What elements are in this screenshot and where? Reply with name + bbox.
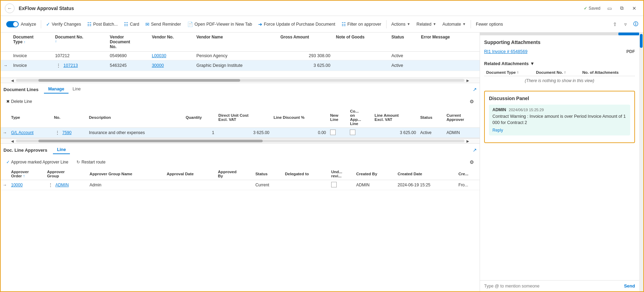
- v-scroll-thumb[interactable]: [640, 34, 643, 48]
- app-col-approved-by[interactable]: ApprovedBy: [216, 168, 253, 180]
- force-update-button[interactable]: ➜ Force Update of Purchase Document: [255, 19, 338, 30]
- app-col-group-name[interactable]: Approver Group Name: [88, 168, 165, 180]
- scroll-left-2-icon[interactable]: ◀: [9, 139, 16, 143]
- lines-col-quantity[interactable]: Quantity: [184, 107, 217, 128]
- card-button[interactable]: ☷ Card: [121, 19, 142, 30]
- scroll-right-2-icon[interactable]: ▶: [464, 139, 471, 143]
- lines-col-line-discount[interactable]: Line Discount %: [272, 107, 328, 128]
- invoice-gross-amount: 3 625.00: [278, 60, 333, 71]
- doc-lines-settings-icon[interactable]: ⚙: [467, 97, 477, 106]
- send-button[interactable]: Send: [624, 283, 635, 289]
- delete-line-button[interactable]: ✖ Delete Line: [3, 97, 35, 106]
- back-button[interactable]: ←: [5, 3, 15, 13]
- col-error-msg[interactable]: Error Message: [418, 33, 474, 52]
- scroll-left-icon[interactable]: ◀: [9, 79, 16, 82]
- rel-col-doc-no[interactable]: Document No. ↑: [534, 69, 580, 76]
- expand-approvers-icon[interactable]: ↗: [473, 147, 477, 153]
- co-on-app-checkbox[interactable]: [350, 130, 355, 135]
- reply-link[interactable]: Reply: [492, 128, 627, 133]
- horizontal-scrollbar-2[interactable]: ◀ ▶: [1, 138, 480, 144]
- verify-changes-button[interactable]: ✓ Verify Changes: [43, 19, 84, 30]
- filter-approver-button[interactable]: ☷ Filter on approver: [339, 19, 384, 30]
- tab-line[interactable]: Line: [69, 85, 85, 94]
- approver-created-date: 2024-06-19 15:25: [396, 180, 456, 190]
- open-pdf-button[interactable]: 📄 Open PDF-Viewer in New Tab: [184, 19, 255, 30]
- doc-no-link[interactable]: 107213: [63, 63, 78, 68]
- col-doc-type[interactable]: Document Type ↑: [10, 33, 52, 52]
- bookmark-icon-btn[interactable]: ▭: [605, 3, 614, 13]
- send-reminder-button[interactable]: ✉ Send Reminder: [143, 19, 184, 30]
- tab-manage[interactable]: Manage: [44, 85, 69, 94]
- approver-menu-btn[interactable]: ⋮: [47, 182, 54, 188]
- post-batch-button[interactable]: ☷ Post Batch...: [84, 19, 120, 30]
- lines-col-description[interactable]: Description: [87, 107, 184, 128]
- approvers-settings-icon[interactable]: ⚙: [467, 158, 477, 167]
- lines-col-type[interactable]: Type: [9, 107, 52, 128]
- line-row[interactable]: → G/L Account ⋮ 7590 Insurance and other…: [1, 128, 480, 138]
- vertical-scrollbar[interactable]: [639, 33, 643, 291]
- scrollbar-thumb[interactable]: [38, 79, 240, 82]
- approver-order-link[interactable]: 10000: [11, 183, 22, 187]
- app-col-delegated-to[interactable]: Delegated to: [283, 168, 329, 180]
- vendor-no-link[interactable]: 30000: [152, 63, 164, 68]
- app-col-cre[interactable]: Cre...: [456, 168, 480, 180]
- col-vendor-name[interactable]: Vendor Name: [193, 33, 278, 52]
- app-col-created-by[interactable]: Created By: [354, 168, 396, 180]
- tab-approvers-line[interactable]: Line: [53, 146, 70, 154]
- rel-col-attachments[interactable]: No. of Attachments: [580, 69, 635, 76]
- line-no-link[interactable]: 7590: [62, 130, 72, 135]
- col-note-goods[interactable]: Note of Goods: [333, 33, 389, 52]
- lines-col-direct-unit-cost[interactable]: Direct Unit CostExcl. VAT: [216, 107, 271, 128]
- lines-col-line-amount[interactable]: Line AmountExcl. VAT: [372, 107, 418, 128]
- approver-group-link[interactable]: ADMIN: [55, 183, 69, 187]
- und-revi-checkbox[interactable]: [331, 182, 337, 187]
- invoice-row[interactable]: → Invoice ⋮107213 5463245 30000 Graphic …: [1, 60, 480, 71]
- horizontal-scrollbar[interactable]: ◀ ▶: [1, 78, 480, 83]
- col-status[interactable]: Status: [389, 33, 418, 52]
- app-col-group[interactable]: ApproverGroup: [45, 168, 88, 180]
- expand-icon-btn[interactable]: ⧉: [617, 3, 627, 13]
- scrollbar-thumb-2[interactable]: [38, 140, 263, 142]
- app-col-order[interactable]: ApproverOrder ↑: [9, 168, 45, 180]
- line-type-link[interactable]: G/L Account: [11, 130, 34, 135]
- vendor-no-link[interactable]: L00030: [152, 53, 166, 58]
- app-col-und-revi[interactable]: Und...revi...: [329, 168, 354, 180]
- expand-section-icon[interactable]: ↗: [473, 87, 477, 92]
- share-icon-btn[interactable]: ⇧: [610, 19, 620, 29]
- lines-col-status[interactable]: Status: [418, 107, 444, 128]
- rel-col-doc-type[interactable]: Document Type ↑: [484, 69, 534, 76]
- app-col-created-date[interactable]: Created Date: [396, 168, 456, 180]
- col-doc-no[interactable]: Document No. ↑: [52, 33, 107, 52]
- approver-row[interactable]: → 10000 ⋮ ADMIN Admin Current ADMIN 2024…: [1, 180, 480, 190]
- analyze-toggle[interactable]: Analyze: [3, 19, 39, 30]
- filter-icon-btn[interactable]: ▿: [620, 19, 630, 29]
- close-icon-btn[interactable]: ✕: [629, 3, 639, 13]
- approve-line-button[interactable]: ✓ Approve marked Approver Line: [3, 158, 71, 167]
- message-input[interactable]: [484, 284, 621, 289]
- col-vendor-doc-no[interactable]: Vendor Document No.: [107, 33, 149, 52]
- related-button[interactable]: Related ▼: [414, 19, 439, 30]
- app-col-status[interactable]: Status: [253, 168, 283, 180]
- attachment-link[interactable]: RI1 Invoice # 6548569: [484, 49, 527, 54]
- actions-button[interactable]: Actions ▼: [389, 19, 413, 30]
- restart-route-button[interactable]: ↻ Restart route: [74, 158, 108, 167]
- row-menu-btn[interactable]: ⋮: [55, 62, 62, 69]
- related-attachments-title[interactable]: Related Attachments ▼: [484, 61, 635, 66]
- scroll-right-icon[interactable]: ▶: [464, 79, 471, 82]
- invoice-row[interactable]: Invoice 107212 0549690 L00030 Pension Ag…: [1, 52, 480, 60]
- lines-col-no[interactable]: No.: [52, 107, 87, 128]
- automate-button[interactable]: Automate ▼: [440, 19, 469, 30]
- right-panel-content: Supporting Attachments RI1 Invoice # 654…: [480, 35, 639, 280]
- toggle-switch[interactable]: [6, 21, 19, 27]
- lines-col-new-line[interactable]: NewLine: [328, 107, 348, 128]
- lines-col-current-approver[interactable]: CurrentApprover: [444, 107, 480, 128]
- lines-col-co-on-app[interactable]: Co...onApp...Line: [348, 107, 372, 128]
- fewer-options-button[interactable]: Fewer options: [473, 19, 506, 30]
- app-col-approval-date[interactable]: Approval Date: [165, 168, 216, 180]
- col-gross-amount[interactable]: Gross Amount: [278, 33, 333, 52]
- new-line-checkbox[interactable]: [330, 130, 336, 135]
- invoice-vendor-name: Pension Agency: [193, 52, 278, 60]
- col-vendor-no[interactable]: Vendor No.: [149, 33, 194, 52]
- info-icon-btn[interactable]: ⓘ: [631, 19, 641, 29]
- line-menu-btn[interactable]: ⋮: [54, 129, 61, 136]
